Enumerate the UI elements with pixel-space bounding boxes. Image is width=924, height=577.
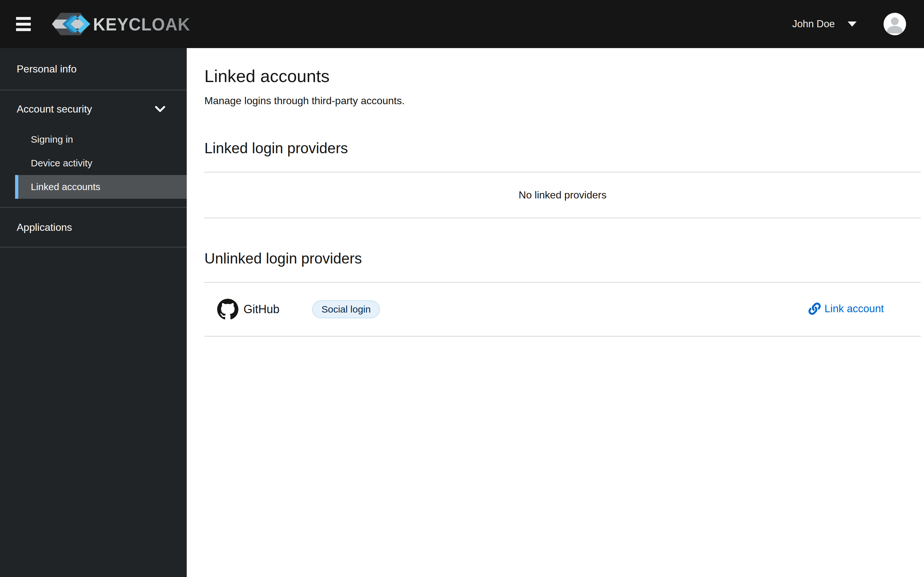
page-description: Manage logins through third-party accoun… — [204, 95, 921, 107]
provider-name-cell: GitHub — [204, 299, 312, 320]
sidebar-item-account-security[interactable]: Account security — [0, 90, 187, 127]
sidebar-item-linked-accounts[interactable]: Linked accounts — [15, 175, 187, 199]
caret-down-icon[interactable] — [848, 21, 857, 27]
hamburger-menu-button[interactable] — [16, 17, 31, 31]
linked-providers-section: Linked login providers No linked provide… — [204, 139, 921, 218]
unlinked-providers-table: GitHub Social login Link account — [204, 282, 921, 337]
user-menu-name[interactable]: John Doe — [792, 18, 835, 30]
sidebar-item-label: Signing in — [31, 134, 73, 145]
sidebar-item-device-activity[interactable]: Device activity — [15, 151, 187, 175]
sidebar-item-label: Personal info — [17, 63, 77, 75]
brand-logo[interactable]: KEYCLOAK — [51, 11, 196, 37]
user-avatar[interactable] — [884, 13, 906, 35]
unlinked-providers-section: Unlinked login providers GitHub Social l… — [204, 250, 921, 337]
sidebar-item-label: Account security — [17, 103, 92, 115]
sidebar-item-signing-in[interactable]: Signing in — [15, 127, 187, 151]
account-security-subnav: Signing in Device activity Linked accoun… — [0, 127, 187, 207]
link-account-button[interactable]: Link account — [809, 303, 884, 315]
provider-name: GitHub — [244, 303, 279, 316]
empty-state-text: No linked providers — [519, 189, 607, 201]
provider-action-cell: Link account — [809, 303, 884, 316]
keycloak-logo-icon — [51, 11, 90, 37]
sidebar-nav: Personal info Account security Signing i… — [0, 48, 187, 577]
sidebar-item-label: Device activity — [31, 158, 92, 169]
unlinked-providers-title: Unlinked login providers — [204, 250, 921, 268]
brand-name: KEYCLOAK — [93, 14, 190, 35]
social-login-badge: Social login — [312, 300, 380, 318]
masthead: KEYCLOAK John Doe — [0, 0, 924, 48]
hamburger-icon — [16, 23, 31, 26]
sidebar-item-applications[interactable]: Applications — [0, 208, 187, 247]
main-content: Linked accounts Manage logins through th… — [187, 48, 924, 577]
nav-divider — [0, 247, 187, 247]
sidebar-item-personal-info[interactable]: Personal info — [0, 48, 187, 90]
linked-providers-table: No linked providers — [204, 172, 921, 218]
hamburger-icon — [16, 28, 31, 31]
page-title: Linked accounts — [204, 66, 921, 86]
hamburger-icon — [16, 17, 31, 20]
sidebar-item-label: Applications — [17, 221, 72, 234]
provider-row-github: GitHub Social login Link account — [204, 283, 921, 337]
github-octocat-icon — [217, 299, 238, 320]
provider-badge-cell: Social login — [312, 300, 809, 318]
user-avatar-icon — [884, 13, 906, 35]
empty-state-row: No linked providers — [204, 172, 921, 218]
link-account-label: Link account — [825, 303, 884, 315]
chain-link-icon — [809, 303, 821, 315]
linked-providers-title: Linked login providers — [204, 139, 921, 157]
chevron-down-icon — [155, 103, 166, 114]
sidebar-item-label: Linked accounts — [31, 181, 100, 192]
masthead-user-area: John Doe — [792, 13, 906, 35]
